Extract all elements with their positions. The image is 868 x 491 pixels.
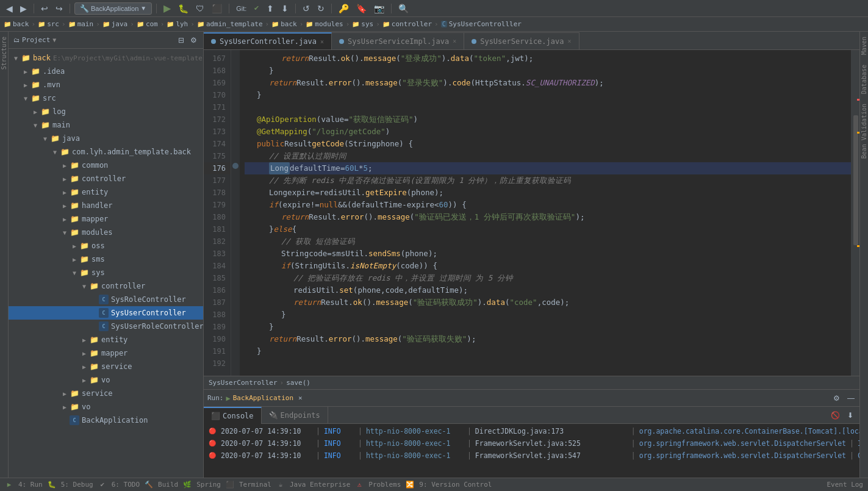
bottom-tab-console[interactable]: ⬛ Console bbox=[204, 407, 262, 424]
right-scrollbar[interactable] bbox=[851, 50, 859, 376]
run-settings-btn[interactable]: ⚙ bbox=[832, 393, 841, 404]
clear-console-btn[interactable]: 🚫 bbox=[830, 410, 841, 421]
bookmark-btn[interactable]: 🔖 bbox=[354, 2, 369, 15]
structure-label[interactable]: Structure bbox=[0, 32, 9, 74]
tree-sys-service[interactable]: ▶ 📁 service bbox=[9, 360, 203, 373]
tree-sys[interactable]: ▼ 📁 sys bbox=[9, 266, 203, 279]
status-java-enterprise[interactable]: Java Enterprise bbox=[290, 481, 350, 489]
tree-mvn[interactable]: ▶ 📁 .mvn bbox=[9, 78, 203, 91]
git-push-btn[interactable]: ⬆ bbox=[264, 2, 276, 15]
status-spring-icon[interactable]: 🌿 bbox=[183, 481, 192, 489]
nav-back[interactable]: 📁 back bbox=[4, 20, 29, 28]
status-run[interactable]: 4: Run bbox=[18, 481, 43, 489]
status-problems-icon[interactable]: ⚠ bbox=[355, 481, 364, 489]
nav-src[interactable]: 📁 src bbox=[38, 20, 59, 28]
nav-modules[interactable]: 📁 modules bbox=[306, 20, 343, 28]
tree-back-application[interactable]: ▶ C BackApplication bbox=[9, 414, 203, 427]
tree-com-lyh[interactable]: ▼ 📁 com.lyh.admin_template.back bbox=[9, 145, 203, 159]
nav-back2[interactable]: 📁 back bbox=[271, 20, 297, 28]
tab-sys-user-service-impl[interactable]: SysUserServiceImpl.java × bbox=[332, 32, 464, 49]
stop-btn[interactable]: ⬛ bbox=[209, 2, 224, 15]
tree-idea[interactable]: ▶ 📁 .idea bbox=[9, 65, 203, 78]
git-btn[interactable]: Git: bbox=[234, 4, 249, 13]
tree-vo-main[interactable]: ▶ 📁 vo bbox=[9, 400, 203, 414]
nav-admin-template[interactable]: 📁 admin_template bbox=[197, 20, 263, 28]
tree-mapper-top[interactable]: ▶ 📁 mapper bbox=[9, 212, 203, 226]
status-build[interactable]: Build bbox=[158, 481, 178, 489]
maven-label[interactable]: Maven bbox=[859, 32, 868, 60]
tree-sys-mapper[interactable]: ▶ 📁 mapper bbox=[9, 346, 203, 360]
tree-sys-entity[interactable]: ▶ 📁 entity bbox=[9, 333, 203, 346]
tree-oss[interactable]: ▶ 📁 oss bbox=[9, 239, 203, 253]
settings-btn[interactable]: ⚙ bbox=[189, 35, 198, 46]
bean-validation-label[interactable]: Bean Validation bbox=[859, 99, 868, 163]
debug-btn[interactable]: 🐛 bbox=[176, 2, 191, 15]
bottom-tab-endpoints[interactable]: 🔌 Endpoints bbox=[262, 407, 328, 424]
status-terminal-icon[interactable]: ⬛ bbox=[226, 481, 234, 489]
screenshot-btn[interactable]: 📷 bbox=[371, 2, 387, 15]
tree-service-main[interactable]: ▶ 📁 service bbox=[9, 387, 203, 400]
tree-common[interactable]: ▶ 📁 common bbox=[9, 159, 203, 172]
forward-btn[interactable]: ▶ bbox=[18, 2, 29, 15]
nav-controller[interactable]: 📁 controller bbox=[382, 20, 432, 28]
nav-sys[interactable]: 📁 sys bbox=[352, 20, 373, 28]
tree-java[interactable]: ▼ 📁 java bbox=[9, 132, 203, 145]
tab-sys-user-service[interactable]: SysUserService.java × bbox=[464, 32, 579, 49]
coverage-btn[interactable]: 🛡 bbox=[193, 2, 207, 15]
tab-close-3[interactable]: × bbox=[567, 38, 571, 45]
tab-close-1[interactable]: × bbox=[320, 38, 324, 45]
status-todo[interactable]: 6: TODO bbox=[112, 481, 140, 489]
scrollbar-thumb[interactable] bbox=[853, 115, 858, 246]
redo-btn[interactable]: ↪ bbox=[53, 2, 65, 15]
collapse-all-btn[interactable]: ⊟ bbox=[177, 35, 185, 46]
tree-sys-user-role-controller[interactable]: ▶ C SysUserRoleController bbox=[9, 320, 203, 333]
git-pull-btn[interactable]: ⬇ bbox=[279, 2, 291, 15]
tree-root[interactable]: ▼ 📁 back E:\myProject\myGit\admin-vue-te… bbox=[9, 51, 203, 65]
tab-close-2[interactable]: × bbox=[453, 38, 456, 45]
nav-com[interactable]: 📁 com bbox=[137, 20, 158, 28]
tree-sys-user-controller[interactable]: ▶ C SysUserController bbox=[9, 306, 203, 320]
tree-entity-top[interactable]: ▶ 📁 entity bbox=[9, 185, 203, 199]
tree-src[interactable]: ▼ 📁 src bbox=[9, 91, 203, 105]
search-btn[interactable]: 🔍 bbox=[396, 2, 411, 15]
run-minimize-btn[interactable]: — bbox=[846, 393, 856, 404]
status-vc-icon[interactable]: 🔀 bbox=[406, 481, 414, 489]
code-content[interactable]: return Result.ok().message("登录成功").data(… bbox=[240, 50, 851, 376]
nav-main[interactable]: 📁 main bbox=[68, 20, 94, 28]
status-build-icon[interactable]: 🔨 bbox=[145, 481, 153, 489]
nav-java[interactable]: 📁 java bbox=[102, 20, 128, 28]
status-version-control[interactable]: 9: Version Control bbox=[419, 481, 492, 489]
tree-sys-vo[interactable]: ▶ 📁 vo bbox=[9, 373, 203, 387]
nav-sys-user-controller[interactable]: C SysUserControlller bbox=[441, 20, 522, 28]
sidebar-tree[interactable]: ▼ 📁 back E:\myProject\myGit\admin-vue-te… bbox=[9, 49, 203, 478]
run-close[interactable]: × bbox=[298, 394, 303, 402]
nav-lyh[interactable]: 📁 lyh bbox=[167, 20, 188, 28]
undo-btn[interactable]: ↩ bbox=[38, 2, 51, 15]
status-terminal[interactable]: Terminal bbox=[239, 481, 271, 489]
tree-sys-role-controller[interactable]: ▶ C SysRoleController bbox=[9, 293, 203, 306]
redo2-btn[interactable]: ↻ bbox=[315, 2, 327, 15]
status-run-icon[interactable]: ▶ bbox=[5, 481, 13, 489]
tree-controller-top[interactable]: ▶ 📁 controller bbox=[9, 172, 203, 185]
database-label[interactable]: Database bbox=[859, 60, 868, 99]
app-selector[interactable]: 🔧 BackApplication ▼ bbox=[74, 2, 152, 15]
run-btn[interactable]: ▶ bbox=[161, 1, 173, 15]
back-btn[interactable]: ◀ bbox=[4, 2, 15, 15]
status-spring[interactable]: Spring bbox=[196, 481, 221, 489]
status-todo-icon[interactable]: ✔ bbox=[98, 481, 107, 489]
tab-sys-user-controller[interactable]: SysUserController.java × bbox=[204, 32, 332, 49]
git-check-btn[interactable]: ✔ bbox=[251, 3, 262, 13]
profile-btn[interactable]: 🔑 bbox=[336, 2, 351, 15]
tree-sms[interactable]: ▶ 📁 sms bbox=[9, 253, 203, 266]
tree-modules[interactable]: ▼ 📁 modules bbox=[9, 226, 203, 239]
status-debug[interactable]: 5: Debug bbox=[61, 481, 93, 489]
undo2-btn[interactable]: ↺ bbox=[300, 2, 312, 15]
tree-sys-controller[interactable]: ▼ 📁 controller bbox=[9, 279, 203, 293]
code-editor[interactable]: 167 168 169 170 171 172 173 174 175 176 … bbox=[204, 50, 859, 376]
status-java-enterprise-icon[interactable]: ☕ bbox=[276, 481, 285, 489]
tree-handler[interactable]: ▶ 📁 handler bbox=[9, 199, 203, 212]
tree-main[interactable]: ▼ 📁 main bbox=[9, 118, 203, 132]
tree-log[interactable]: ▶ 📁 log bbox=[9, 105, 203, 118]
status-problems[interactable]: Problems bbox=[368, 481, 401, 489]
status-event-log[interactable]: Event Log bbox=[827, 481, 863, 489]
